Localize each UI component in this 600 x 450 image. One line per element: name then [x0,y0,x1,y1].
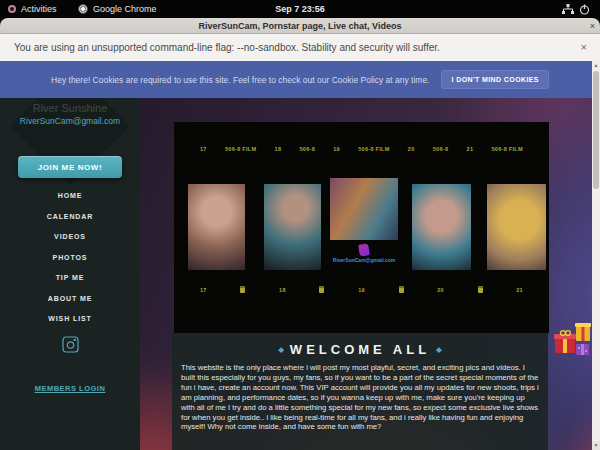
window-title: RiverSunCam, Pornstar page, Live chat, V… [199,21,402,31]
day-label: 20 [437,287,444,293]
tag-label: 506-8 [299,146,315,152]
day-label: 21 [467,146,474,152]
app-menu-label: Google Chrome [93,4,157,14]
sidebar-menu: HOME CALENDAR VIDEOS PHOTOS TIP ME ABOUT… [0,186,140,330]
scrollbar-thumb[interactable] [593,71,599,189]
sidebar-item-about-me[interactable]: ABOUT ME [0,289,140,310]
day-label: 18 [279,287,286,293]
gnome-top-bar: Activities Google Chrome Sep 7 23:56 [0,0,600,18]
sidebar-item-videos[interactable]: VIDEOS [0,227,140,248]
welcome-body-text: This website is the only place where i w… [181,363,539,432]
tag-label: 506-8 [433,146,449,152]
sidebar-item-wish-list[interactable]: WISH LIST [0,309,140,330]
carousel-top-labels: 17 506-8 FILM 18 506-8 19 506-8 FILM 20 … [174,146,549,152]
carousel-thumbnail[interactable] [487,184,546,270]
day-label: 17 [200,146,207,152]
day-label: 20 [408,146,415,152]
gifts-sticker [552,322,596,364]
members-login-link[interactable]: MEMBERS LOGIN [0,384,140,393]
sidebar-item-photos[interactable]: PHOTOS [0,248,140,269]
infobar-close-icon[interactable]: × [581,34,587,61]
tag-label: 506-8 FILM [358,146,389,152]
diamond-decor-icon: ◆ [430,346,447,353]
network-icon [562,4,574,15]
welcome-panel: ◆WELCOME ALL◆ This website is the only p… [172,333,548,450]
activities-label: Activities [21,4,57,14]
tag-label: 506-8 FILM [225,146,256,152]
instagram-link[interactable] [0,336,140,357]
camera-icon [62,336,79,353]
carousel-thumbnail[interactable] [264,184,321,270]
day-label: 21 [516,287,523,293]
sidebar-item-home[interactable]: HOME [0,186,140,207]
cookie-accept-button[interactable]: I DON'T MIND COOKIES [441,70,548,89]
join-me-now-button[interactable]: JOIN ME NOW! [18,156,122,178]
sidebar: River Sunshine RiverSunCam@gmail.com JOI… [0,98,140,450]
media-carousel: 17 506-8 FILM 18 506-8 19 506-8 FILM 20 … [174,122,549,333]
scrollbar[interactable]: ▲ ▼ [592,61,600,450]
scrollbar-down-icon[interactable]: ▼ [592,441,600,450]
day-label: 18 [275,146,282,152]
profile-email[interactable]: RiverSunCam@gmail.com [0,116,140,126]
site-page: River Sunshine RiverSunCam@gmail.com JOI… [0,98,600,450]
carousel-thumbnail[interactable] [188,184,245,270]
power-icon [579,4,590,15]
activities-button[interactable]: Activities [8,0,57,18]
site-logo-caption: RiverSunCam@gmail.com [330,257,398,263]
welcome-title: WELCOME ALL [290,342,430,357]
film-icon [319,286,324,293]
film-icon [399,286,404,293]
film-icon [478,286,483,293]
scrollbar-up-icon[interactable]: ▲ [592,61,600,70]
chrome-icon [78,4,88,14]
gift-boxes-icon [552,322,596,364]
day-label: 17 [200,287,207,293]
status-dot-icon [8,5,16,13]
profile-name: River Sunshine [0,102,140,114]
clock-button[interactable]: Sep 7 23:56 [275,0,325,18]
app-menu-button[interactable]: Google Chrome [78,0,157,18]
window-titlebar[interactable]: RiverSunCam, Pornstar page, Live chat, V… [0,18,600,34]
carousel-logo: RiverSunCam@gmail.com [330,244,398,263]
chrome-infobar: You are using an unsupported command-lin… [0,34,600,61]
diamond-decor-icon: ◆ [272,346,289,353]
cookie-banner: Hey there! Cookies are required to use t… [0,61,600,98]
browser-window: RiverSunCam, Pornstar page, Live chat, V… [0,18,600,450]
film-icon [240,286,245,293]
carousel-bottom-labels: 17 18 19 20 21 [174,286,549,293]
carousel-thumbnail[interactable] [330,178,398,240]
site-logo-icon [358,243,370,256]
tag-label: 506-8 FILM [491,146,522,152]
welcome-title-row: ◆WELCOME ALL◆ [172,342,548,357]
day-label: 19 [333,146,340,152]
sidebar-item-tip-me[interactable]: TIP ME [0,268,140,289]
carousel-thumbnail[interactable] [412,184,471,270]
clock-label: Sep 7 23:56 [275,4,325,14]
cookie-message: Hey there! Cookies are required to use t… [51,75,429,85]
sidebar-item-calendar[interactable]: CALENDAR [0,207,140,228]
window-close-icon[interactable]: × [590,18,595,34]
infobar-message: You are using an unsupported command-lin… [14,42,440,53]
system-tray[interactable] [562,0,590,18]
day-label: 19 [358,287,365,293]
